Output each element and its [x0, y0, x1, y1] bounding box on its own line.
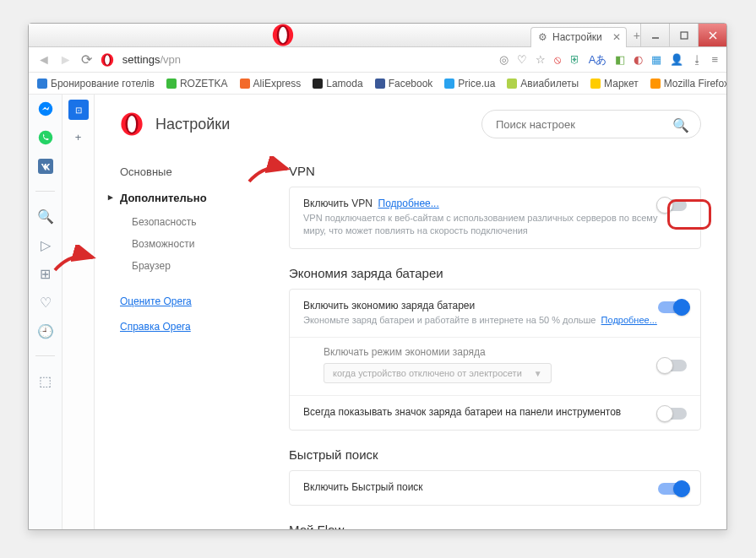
extensions-icon[interactable]: ⬚	[38, 373, 53, 388]
nav-advanced[interactable]: Дополнительно	[108, 185, 264, 211]
profile-icon[interactable]: 👤	[670, 53, 683, 66]
history-icon[interactable]: 🕘	[38, 323, 53, 339]
search-input[interactable]	[481, 110, 701, 138]
quicksearch-toggle[interactable]	[658, 483, 687, 495]
workspace-tab-add[interactable]: +	[68, 127, 89, 147]
battery-mode-select[interactable]: когда устройство отключено от электросет…	[324, 363, 552, 383]
shield-icon[interactable]: ⛨	[569, 53, 580, 66]
adblock-icon[interactable]: ⦸	[554, 53, 561, 67]
nav-help-opera[interactable]: Справка Opera	[120, 314, 264, 339]
nav-security[interactable]: Безопасность	[120, 211, 264, 233]
bookmark-item[interactable]: AliExpress	[240, 78, 302, 89]
battery-icon-toggle[interactable]	[658, 408, 687, 420]
snapshot-icon[interactable]: ◎	[499, 53, 509, 66]
browser-tab[interactable]: ⚙ Настройки ✕	[530, 27, 627, 47]
settings-search: 🔍	[481, 110, 701, 138]
vpn-toggle[interactable]	[658, 199, 687, 211]
close-window-button[interactable]	[698, 24, 726, 46]
bookmark-favicon	[166, 79, 177, 89]
bookmark-label: ROZETKA	[180, 78, 228, 89]
heart-icon[interactable]: ♡	[517, 53, 527, 66]
chevron-down-icon: ▼	[534, 369, 542, 378]
search-icon: 🔍	[672, 117, 689, 133]
download-icon[interactable]: ⭳	[692, 53, 703, 66]
vpn-more-link[interactable]: Подробнее...	[378, 198, 439, 209]
speed-dial-icon[interactable]: ⊞	[38, 266, 53, 281]
bookmark-favicon	[313, 79, 323, 89]
address-sub: /vpn	[160, 53, 182, 66]
bookmark-label: Facebook	[389, 78, 433, 89]
section-heading-quicksearch: Быстрый поиск	[289, 447, 701, 462]
opera-logo-icon	[120, 112, 144, 136]
bookmark-item[interactable]: Lamoda	[313, 78, 362, 89]
bookmark-favicon	[507, 79, 517, 89]
nav-back-button[interactable]: ◄	[37, 52, 51, 68]
toolbar-icons: ◎ ♡ ☆ ⦸ ⛨ Aあ ◧ ◐ ▦ 👤 ⭳ ≡	[499, 52, 718, 68]
bookmark-favicon	[650, 79, 661, 89]
battery-toggle[interactable]	[658, 301, 687, 313]
bookmark-item[interactable]: ROZETKA	[166, 78, 228, 89]
bookmark-item[interactable]: Price.ua	[444, 78, 495, 89]
workspace-tab-active[interactable]: ⊡	[68, 100, 89, 120]
nav-forward-button[interactable]: ►	[59, 52, 73, 68]
settings-page: Настройки 🔍 Основные Дополнительно Безоп…	[95, 95, 726, 529]
bookmark-favicon	[240, 79, 250, 89]
window-titlebar: ⚙ Настройки ✕ +	[29, 24, 726, 47]
battery-icon-row: Всегда показывать значок заряда батареи …	[290, 396, 700, 430]
address-bar: ◄ ► ⟳ settings/vpn ◎ ♡ ☆ ⦸ ⛨ Aあ ◧ ◐ ▦ 👤 …	[29, 47, 726, 73]
ext-icon[interactable]: ◧	[615, 53, 625, 66]
bookmark-favicon	[37, 79, 47, 89]
svg-point-11	[38, 131, 52, 145]
whatsapp-icon[interactable]	[38, 130, 53, 145]
search-icon[interactable]: 🔍	[38, 209, 53, 224]
settings-content: VPN Включить VPN Подробнее... VPN подклю…	[264, 150, 726, 529]
browser-window: ⚙ Настройки ✕ + ◄ ► ⟳ settings/vpn ◎ ♡ ☆…	[28, 23, 727, 530]
nav-browser[interactable]: Браузер	[120, 255, 264, 277]
ext3-icon[interactable]: ▦	[651, 53, 661, 66]
workspace-tabs: ⊡ +	[63, 95, 95, 529]
main-area: 🔍 ▷ ⊞ ♡ 🕘 ⬚ ⊡ + Настройки 🔍 О	[29, 95, 726, 529]
translate-icon[interactable]: Aあ	[589, 52, 607, 68]
nav-basic[interactable]: Основные	[120, 159, 264, 185]
bookmark-label: Price.ua	[458, 78, 495, 89]
sidebar-divider	[35, 355, 55, 356]
messenger-fb-icon[interactable]	[38, 101, 53, 116]
bookmark-item[interactable]: Бронирование гoтелів	[37, 78, 155, 89]
vpn-card: Включить VPN Подробнее... VPN подключает…	[289, 187, 701, 249]
window-controls	[640, 24, 726, 46]
nav-features[interactable]: Возможности	[120, 233, 264, 255]
messenger-sidebar: 🔍 ▷ ⊞ ♡ 🕘 ⬚	[29, 95, 63, 529]
bookmark-item[interactable]: Маркет	[590, 78, 639, 89]
minimize-button[interactable]	[640, 24, 669, 46]
battery-more-link[interactable]: Подробнее...	[601, 315, 657, 325]
battery-enable-row: Включить экономию заряда батареи Экономь…	[290, 290, 700, 338]
battery-mode-toggle[interactable]	[658, 360, 687, 371]
easy-setup-icon[interactable]: ≡	[711, 53, 718, 66]
bookmark-label: Бронирование гoтелів	[51, 78, 155, 89]
reload-button[interactable]: ⟳	[81, 51, 92, 68]
heart-sidebar-icon[interactable]: ♡	[38, 295, 53, 310]
vk-icon[interactable]	[38, 159, 53, 174]
maximize-button[interactable]	[669, 24, 698, 46]
bookmark-favicon	[590, 79, 601, 89]
page-title: Настройки	[155, 116, 230, 133]
quicksearch-row: Включить Быстрый поиск	[290, 471, 700, 505]
vpn-enable-row: Включить VPN Подробнее... VPN подключает…	[290, 187, 700, 248]
nav-rate-opera[interactable]: Оцените Opera	[120, 289, 264, 314]
new-tab-button[interactable]: +	[634, 29, 640, 42]
news-icon[interactable]: ▷	[38, 237, 53, 252]
bookmark-item[interactable]: Mozilla Firefox	[650, 78, 726, 89]
quicksearch-card: Включить Быстрый поиск	[289, 470, 701, 506]
bookmark-icon[interactable]: ☆	[536, 53, 546, 66]
site-identity-icon[interactable]	[101, 53, 114, 67]
bookmark-item[interactable]: Facebook	[375, 78, 433, 89]
battery-mode-row: Включать режим экономии заряда когда уст…	[290, 338, 700, 396]
section-heading-battery: Экономия заряда батареи	[289, 266, 701, 280]
vpn-enable-label: Включить VPN Подробнее...	[303, 198, 658, 209]
tab-close-icon[interactable]: ✕	[612, 31, 621, 43]
ext2-icon[interactable]: ◐	[634, 53, 643, 66]
svg-point-15	[128, 116, 136, 133]
bookmark-item[interactable]: Авиабилеты	[507, 78, 579, 89]
address-text[interactable]: settings/vpn	[122, 53, 181, 66]
address-main: settings	[122, 53, 160, 66]
